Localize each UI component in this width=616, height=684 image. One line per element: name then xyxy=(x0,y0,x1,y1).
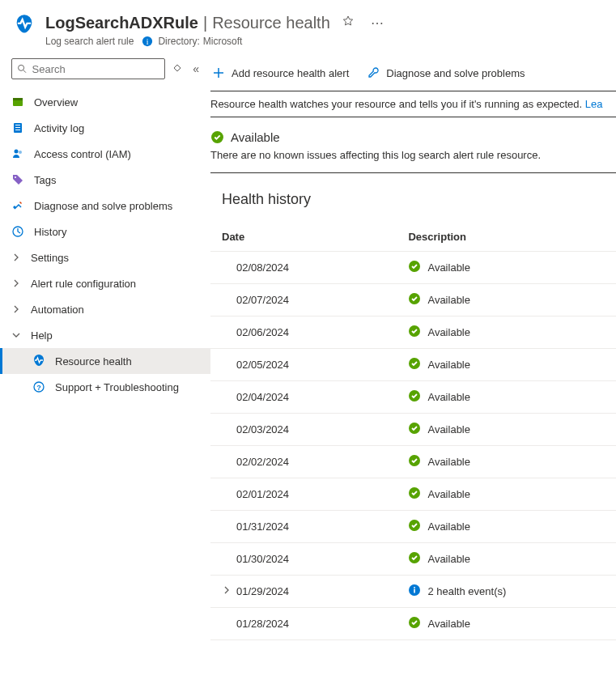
resource-type-icon xyxy=(13,13,36,36)
nav-help[interactable]: Help xyxy=(0,322,210,348)
info-icon: i xyxy=(142,36,153,47)
nav-history[interactable]: History xyxy=(0,219,210,244)
history-description: Available xyxy=(397,511,616,543)
nav-support[interactable]: ? Support + Troubleshooting xyxy=(0,374,210,400)
chevron-right-icon xyxy=(11,253,21,262)
blade-header: LogSearchADXRule | Resource health ⋯ Log… xyxy=(0,0,616,53)
diagnose-button[interactable]: Diagnose and solve problems xyxy=(365,63,526,83)
history-icon xyxy=(11,225,24,238)
col-date: Date xyxy=(210,223,397,252)
check-circle-icon xyxy=(408,519,427,534)
check-circle-icon xyxy=(408,551,427,567)
history-description: Available xyxy=(397,284,616,317)
history-date: 02/05/2024 xyxy=(210,349,397,381)
favorite-button[interactable] xyxy=(337,11,359,34)
diagnose-icon xyxy=(11,199,24,212)
info-bar: Resource health watches your resource an… xyxy=(210,91,616,117)
section-divider xyxy=(210,172,616,173)
history-row: 02/06/2024Available xyxy=(210,317,616,349)
nav-tags[interactable]: Tags xyxy=(0,167,210,193)
search-input[interactable] xyxy=(32,63,160,75)
check-circle-icon xyxy=(408,292,427,308)
directory-value: Microsoft xyxy=(203,36,243,47)
svg-rect-29 xyxy=(414,587,416,588)
history-row: 02/03/2024Available xyxy=(210,414,616,446)
star-icon xyxy=(342,15,355,28)
check-circle-icon xyxy=(408,486,427,502)
diamond-icon xyxy=(173,64,181,72)
svg-text:i: i xyxy=(147,37,149,46)
svg-point-12 xyxy=(15,176,16,178)
activity-log-icon xyxy=(11,121,24,134)
directory-label: Directory: xyxy=(158,36,199,47)
history-row: 01/31/2024Available xyxy=(210,511,616,543)
info-circle-icon xyxy=(408,584,427,599)
tags-icon xyxy=(11,173,24,186)
history-row: 01/30/2024Available xyxy=(210,543,616,576)
access-control-icon xyxy=(11,147,24,160)
history-row: 02/05/2024Available xyxy=(210,349,616,381)
history-row: 02/01/2024Available xyxy=(210,478,616,511)
history-description: Available xyxy=(397,543,616,576)
overview-icon xyxy=(11,96,24,108)
collapse-sidebar-button[interactable]: « xyxy=(189,61,202,77)
svg-point-10 xyxy=(15,150,19,154)
history-date: 02/02/2024 xyxy=(210,446,397,478)
more-button[interactable]: ⋯ xyxy=(366,12,389,34)
nav-access-control[interactable]: Access control (IAM) xyxy=(0,141,210,167)
history-row[interactable]: 01/29/20242 health event(s) xyxy=(210,576,616,608)
svg-rect-8 xyxy=(15,127,20,128)
learn-more-link[interactable]: Lea xyxy=(585,98,603,110)
history-row: 02/02/2024Available xyxy=(210,446,616,478)
nav-automation[interactable]: Automation xyxy=(0,296,210,322)
chevron-right-icon xyxy=(11,304,21,314)
nav-settings[interactable]: Settings xyxy=(0,244,210,270)
check-circle-icon xyxy=(408,454,427,469)
history-row: 01/28/2024Available xyxy=(210,608,616,640)
svg-rect-28 xyxy=(414,589,416,593)
nav-diagnose[interactable]: Diagnose and solve problems xyxy=(0,193,210,219)
resource-name: LogSearchADXRule xyxy=(45,14,198,32)
status-description: There are no known issues affecting this… xyxy=(210,149,616,161)
history-row: 02/04/2024Available xyxy=(210,381,616,414)
history-description: 2 health event(s) xyxy=(397,576,616,608)
search-scope-button[interactable] xyxy=(170,62,185,76)
history-description: Available xyxy=(397,414,616,446)
check-circle-icon xyxy=(408,422,427,437)
chevron-down-icon xyxy=(11,330,21,340)
history-date: 01/31/2024 xyxy=(210,511,397,543)
history-date: 01/30/2024 xyxy=(210,543,397,576)
svg-rect-9 xyxy=(15,130,20,130)
add-alert-button[interactable]: Add resource health alert xyxy=(210,63,350,83)
check-circle-icon xyxy=(408,616,427,631)
sidebar: « Overview Activity log Access control (… xyxy=(0,53,210,640)
history-date: 02/08/2024 xyxy=(210,252,397,284)
svg-text:?: ? xyxy=(36,384,41,392)
health-history-title: Health history xyxy=(210,191,616,223)
command-bar: Add resource health alert Diagnose and s… xyxy=(210,60,616,91)
sidebar-nav: Overview Activity log Access control (IA… xyxy=(0,84,210,400)
history-date: 01/28/2024 xyxy=(210,608,397,640)
svg-point-2 xyxy=(19,65,24,70)
wrench-icon xyxy=(367,66,380,79)
nav-overview[interactable]: Overview xyxy=(0,89,210,115)
svg-rect-7 xyxy=(15,125,20,125)
chevron-double-left-icon: « xyxy=(193,62,199,75)
resource-type-label: Log search alert rule xyxy=(45,36,134,47)
sidebar-search[interactable] xyxy=(11,58,165,79)
nav-activity-log[interactable]: Activity log xyxy=(0,115,210,141)
check-circle-icon xyxy=(408,325,427,340)
blade-title: Resource health xyxy=(212,14,330,32)
history-date: 02/06/2024 xyxy=(210,317,397,349)
history-row: 02/08/2024Available xyxy=(210,252,616,284)
nav-resource-health[interactable]: Resource health xyxy=(0,348,210,374)
history-date: 02/07/2024 xyxy=(210,284,397,317)
check-circle-icon xyxy=(408,260,427,275)
content-pane: Add resource health alert Diagnose and s… xyxy=(210,53,616,640)
check-circle-icon xyxy=(408,357,427,372)
chevron-right-icon xyxy=(222,585,233,595)
history-row: 02/07/2024Available xyxy=(210,284,616,317)
ellipsis-icon: ⋯ xyxy=(371,16,384,30)
nav-alert-rule-config[interactable]: Alert rule configuration xyxy=(0,270,210,296)
plus-icon xyxy=(212,66,225,79)
